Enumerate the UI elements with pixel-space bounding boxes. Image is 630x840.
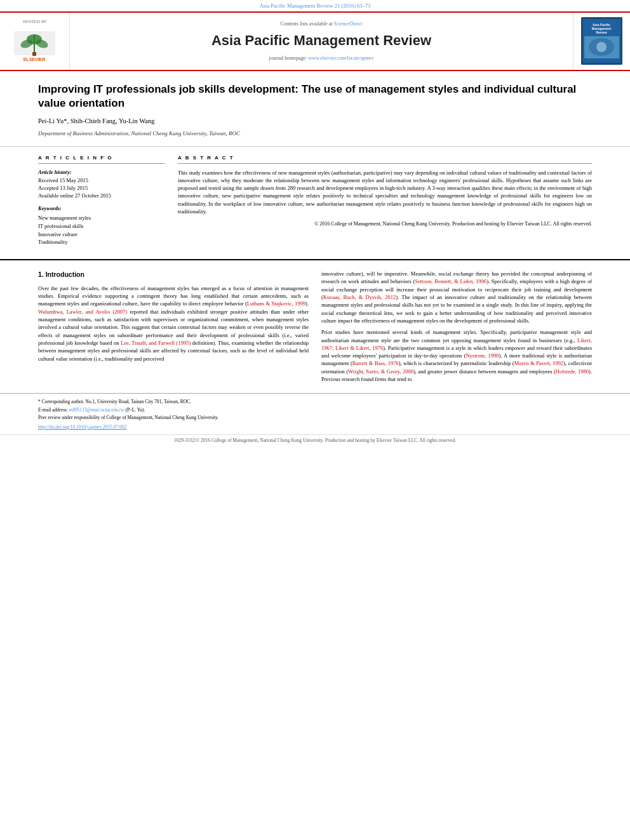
body-col2-para2: Prior studies have mentioned several kin… [321,328,592,383]
keyword-2: IT professional skills [38,222,165,230]
journal-reference-bar: Asia Pacific Management Review 21 (2016)… [0,0,630,11]
journal-header: HOSTED BY ELSEVIER Contents lists availa… [0,11,630,71]
abstract-copyright: © 2016 College of Management, National C… [178,220,592,227]
journal-ref-text: Asia Pacific Management Review 21 (2016)… [260,3,371,9]
keyword-3: Innovative culture [38,230,165,239]
article-history-title: Article history: [38,169,165,177]
publisher-logo-area: HOSTED BY ELSEVIER [0,13,70,70]
abstract-label: A B S T R A C T [178,154,592,163]
keywords-group: Keywords: New management styles IT profe… [38,205,165,246]
elsevier-logo-icon: ELSEVIER [11,28,58,63]
doi-link[interactable]: http://dx.doi.org/10.1016/j.apmrv.2015.0… [38,424,126,430]
keywords-list: New management styles IT professional sk… [38,214,165,246]
bottom-copyright-bar: 1029-3132/© 2016 College of Management, … [0,434,630,447]
accepted-date: Accepted 13 July 2015 [38,185,165,192]
ref-walumbwa[interactable]: Walumbwa, Lawler, and Avolio (2007) [38,309,127,315]
doi-line: http://dx.doi.org/10.1016/j.apmrv.2015.0… [38,424,592,431]
body-right-column: innovative culture), will be imperative.… [321,270,592,387]
ref-lee[interactable]: Lee, Trauth, and Farwell (1995) [121,340,191,346]
article-info-label: A R T I C L E I N F O [38,154,165,163]
svg-rect-6 [32,52,36,56]
section1-heading: 1. Introduction [38,270,309,279]
contents-available-line: Contents lists available at ScienceDirec… [281,20,363,27]
author-email[interactable]: m895113@mail.ncku.edu.tw [69,407,124,413]
journal-title-area: Contents lists available at ScienceDirec… [70,13,573,70]
journal-homepage-line: journal homepage: www.elsevier.com/locat… [269,55,374,62]
keyword-1: New management styles [38,214,165,222]
keyword-4: Traditionality [38,238,165,246]
abstract-text: This study examines how the effectivenes… [178,169,592,216]
svg-point-15 [596,42,607,52]
available-date: Available online 27 October 2015 [38,192,165,200]
svg-text:Review: Review [596,30,607,34]
hosted-by-label: HOSTED BY [23,19,46,25]
article-affiliation: Department of Business Administration, N… [38,130,592,138]
ref-morris[interactable]: Morris & Pavett, 1992 [514,360,564,366]
article-info-column: A R T I C L E I N F O Article history: R… [38,154,165,251]
sciencedirect-link[interactable]: ScienceDirect [334,21,363,27]
journal-title: Asia Pacific Management Review [211,31,431,51]
ref-barrett[interactable]: Barrett & Bass, 1976 [352,360,399,366]
body-col2-para1: innovative culture), will be imperative.… [321,270,592,324]
ref-nystrom[interactable]: Nystrom, 1990 [466,352,499,359]
ref-kuvaas[interactable]: Kuvaas, Buch, & Dysvik, 2012 [323,294,396,300]
article-authors: Pei-Li Yu*, Shih-Chieh Fang, Yu-Lin Wang [38,117,592,126]
ref-hofstede[interactable]: Hofstede, 1980 [556,368,589,375]
ref-wright[interactable]: Wright, Szeto, & Geory, 2000 [348,368,413,375]
abstract-column: A B S T R A C T This study examines how … [178,154,592,251]
ref-luthans[interactable]: Luthans & Stajkovic, 1999 [247,300,305,307]
journal-url[interactable]: www.elsevier.com/locate/apmrv [308,55,373,61]
article-history-group: Article history: Received 15 May 2015 Ac… [38,169,165,201]
article-info-abstract-section: A R T I C L E I N F O Article history: R… [0,147,630,260]
body-section: 1. Introduction Over the past few decade… [0,260,630,393]
footnote-star: * Corresponding author. No.1, University… [38,399,592,406]
footnote-email: E-mail address: m895113@mail.ncku.edu.tw… [38,407,592,414]
issn-copyright: 1029-3132/© 2016 College of Management, … [174,437,456,443]
journal-cover-thumbnail-area: Asia Pacific Management Review [573,13,630,70]
body-col1-para1: Over the past few decades, the effective… [38,284,309,363]
footnote-area: * Corresponding author. No.1, University… [0,393,630,434]
received-date: Received 15 May 2015 [38,177,165,185]
article-title: Improving IT professionals job skills de… [38,83,592,110]
footnote-peer-review: Peer review under responsibility of Coll… [38,415,592,422]
page: Asia Pacific Management Review 21 (2016)… [0,0,630,840]
body-left-column: 1. Introduction Over the past few decade… [38,270,309,387]
ref-likert[interactable]: Likert, 1967; Likert & Likert, 1976 [321,337,592,351]
svg-text:ELSEVIER: ELSEVIER [23,57,46,62]
ref-settoon[interactable]: Settoon, Bennett, & Liden, 1996 [415,278,486,284]
article-title-section: Improving IT professionals job skills de… [0,71,630,147]
journal-cover-thumbnail: Asia Pacific Management Review [581,17,622,65]
keywords-title: Keywords: [38,205,165,213]
